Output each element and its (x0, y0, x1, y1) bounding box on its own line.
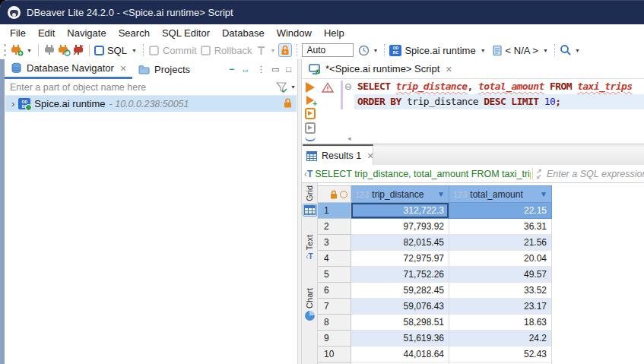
execute-statement-button[interactable] (306, 82, 315, 93)
cell-trip_distance[interactable]: 58,298.51 (351, 315, 449, 331)
sql-editor-body[interactable]: + ⊖ SELECT trip_distance, total_amount F… (302, 79, 644, 144)
tab-projects[interactable]: Projects (132, 59, 196, 79)
execute-new-tab-button[interactable]: + (306, 96, 314, 105)
sql-editor-label[interactable]: SQL (106, 45, 128, 56)
filter-expand-icon[interactable]: ↗↙ (535, 169, 544, 179)
sql-editor-icon[interactable] (94, 46, 104, 55)
object-filter-input[interactable]: Enter a part of object name here ▼ (5, 79, 297, 96)
row-number[interactable]: 6 (318, 283, 351, 299)
link-with-editor-icon[interactable]: ↔ (241, 64, 250, 74)
column-header-trip_distance[interactable]: 123trip_distance▼ (351, 185, 449, 203)
expand-chevron-icon[interactable]: › (11, 98, 14, 109)
cell-trip_distance[interactable]: 72,975.97 (351, 251, 449, 267)
grid-row-10[interactable]: 1044,018.6452.43 (318, 347, 644, 362)
sql-line-2[interactable]: ORDER BY trip_distance DESC LIMIT 10; (354, 94, 644, 109)
explain-plan-icon[interactable] (305, 137, 316, 141)
menu-database[interactable]: Database (216, 27, 271, 39)
connection-selector[interactable]: Spice.ai runtime (403, 45, 477, 56)
close-editor-tab-icon[interactable]: × (444, 63, 452, 75)
editor-hscroll-arrow[interactable]: ◂ (347, 135, 351, 142)
cell-trip_distance[interactable]: 71,752.26 (351, 267, 449, 283)
maximize-pane-icon[interactable]: □ (286, 65, 291, 74)
column-header-total_amount[interactable]: 123total_amount▼ (449, 185, 552, 203)
filter-funnel-icon[interactable] (276, 82, 287, 93)
results-side-tab-text[interactable]: Text‹T (302, 235, 317, 261)
results-filterbar[interactable]: ‹T SELECT trip_distance, total_amount FR… (302, 165, 644, 183)
disconnect-icon[interactable] (72, 44, 84, 56)
commit-mode-combo[interactable]: Auto (302, 43, 354, 57)
minimize-view-icon[interactable]: − (229, 64, 234, 74)
grid-row-1[interactable]: 1312,722.322.15 (318, 203, 644, 219)
cell-total_amount[interactable]: 23.17 (449, 299, 552, 315)
grid-row-3[interactable]: 382,015.4521.56 (318, 235, 644, 251)
connection-tree-item[interactable]: › ODBC Spice.ai runtime - 10.0.0.238:500… (5, 96, 297, 112)
menu-edit[interactable]: Edit (32, 27, 61, 39)
view-menu-icon[interactable]: ⋮ (257, 65, 265, 74)
row-number[interactable]: 2 (318, 219, 351, 235)
grid-row-2[interactable]: 297,793.9236.31 (318, 219, 644, 235)
menu-search[interactable]: Search (113, 27, 156, 39)
sort-desc-icon[interactable]: ▼ (437, 190, 445, 198)
grid-row-9[interactable]: 951,619.3624.2 (318, 331, 644, 347)
cell-total_amount[interactable]: 36.31 (449, 219, 552, 235)
execute-script-button[interactable] (305, 108, 316, 119)
results-side-tab-chart[interactable]: Chart (302, 288, 317, 321)
search-icon[interactable] (560, 44, 572, 56)
grid-row-5[interactable]: 571,752.2649.57 (318, 267, 644, 283)
row-number[interactable]: 9 (318, 331, 351, 347)
row-number[interactable]: 10 (318, 347, 351, 362)
sql-editor-caret[interactable]: ▼ (130, 48, 138, 53)
cell-trip_distance[interactable]: 59,076.43 (351, 299, 449, 315)
tab-database-navigator[interactable]: Database Navigator × (5, 59, 132, 79)
tab-results-1[interactable]: Results 1 × (302, 147, 373, 165)
menu-sql-editor[interactable]: SQL Editor (156, 27, 216, 39)
grid-row-7[interactable]: 759,076.4323.17 (318, 299, 644, 315)
minimize-pane-icon[interactable]: ▭ (271, 65, 279, 74)
close-results-tab-icon[interactable]: × (366, 150, 373, 162)
cell-total_amount[interactable]: 49.57 (449, 267, 552, 283)
menu-help[interactable]: Help (318, 27, 351, 39)
schema-caret[interactable]: ▼ (541, 48, 550, 53)
menu-window[interactable]: Window (271, 27, 318, 39)
search-caret[interactable]: ▼ (573, 48, 582, 53)
execute-script-disabled-button[interactable] (305, 122, 316, 134)
row-number[interactable]: 1 (318, 203, 351, 219)
cell-trip_distance[interactable]: 59,282.45 (351, 283, 449, 299)
new-connection-caret[interactable]: ▼ (25, 48, 33, 53)
connect-icon[interactable] (43, 44, 56, 56)
row-number[interactable]: 4 (318, 251, 351, 267)
grid-corner-cell[interactable] (318, 185, 351, 203)
row-number[interactable]: 7 (318, 299, 351, 315)
menu-navigate[interactable]: Navigate (61, 27, 112, 39)
new-connection-icon[interactable] (10, 44, 24, 56)
sql-line-1[interactable]: SELECT trip_distance, total_amount FROM … (354, 79, 644, 94)
cell-total_amount[interactable]: 22.15 (449, 203, 552, 219)
row-number[interactable]: 3 (318, 235, 351, 251)
cell-trip_distance[interactable]: 97,793.92 (351, 219, 449, 235)
reconnect-icon[interactable] (57, 44, 71, 56)
close-navigator-tab-icon[interactable]: × (119, 62, 126, 74)
cell-trip_distance[interactable]: 51,619.36 (351, 331, 449, 347)
results-side-tab-grid[interactable]: Grid (302, 185, 317, 217)
filter-query-text[interactable]: SELECT trip_distance, total_amount FROM … (315, 169, 531, 179)
connection-lock-toggle[interactable] (278, 43, 292, 57)
sql-code[interactable]: SELECT trip_distance, total_amount FROM … (354, 79, 644, 144)
history-clock-icon[interactable] (358, 45, 370, 56)
menu-file[interactable]: File (4, 27, 32, 39)
cell-total_amount[interactable]: 20.04 (449, 251, 552, 267)
schema-selector[interactable]: < N/A > (504, 45, 540, 56)
grid-row-8[interactable]: 858,298.5118.63 (318, 315, 644, 331)
cell-total_amount[interactable]: 24.2 (449, 331, 552, 347)
row-number[interactable]: 5 (318, 267, 351, 283)
filter-caret[interactable]: ▼ (289, 84, 297, 90)
cell-total_amount[interactable]: 33.52 (449, 283, 552, 299)
sort-desc-icon[interactable]: ▼ (540, 190, 547, 198)
row-number[interactable]: 8 (318, 315, 351, 331)
grid-row-6[interactable]: 659,282.4533.52 (318, 283, 644, 299)
cell-trip_distance[interactable]: 82,015.45 (351, 235, 449, 251)
connection-caret[interactable]: ▼ (479, 48, 487, 53)
cell-total_amount[interactable]: 18.63 (449, 315, 552, 331)
history-caret[interactable]: ▼ (371, 48, 379, 53)
cell-total_amount[interactable]: 52.43 (449, 347, 552, 362)
cell-total_amount[interactable]: 21.56 (449, 235, 552, 251)
